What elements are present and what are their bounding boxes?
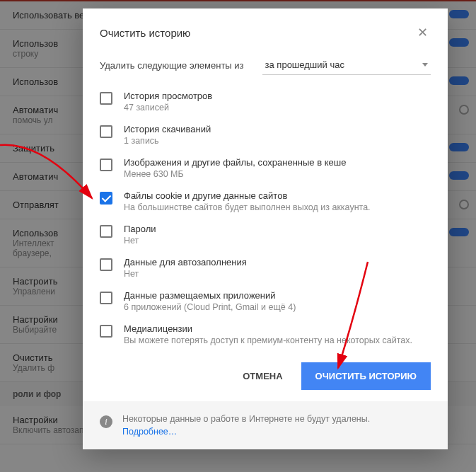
checkbox-description: 47 записей xyxy=(124,103,431,113)
checkbox[interactable] xyxy=(100,125,112,138)
checkbox-label: Файлы cookie и другие данные сайтов xyxy=(124,190,431,201)
checkbox-label: Данные для автозаполнения xyxy=(124,257,431,267)
close-button[interactable]: ✕ xyxy=(414,24,431,41)
checkbox-description: На большинстве сайтов будет выполнен вых… xyxy=(124,202,431,212)
delete-from-label: Удалить следующие элементы из xyxy=(100,60,244,71)
clear-option-item: История скачиваний1 запись xyxy=(100,118,431,151)
checkbox[interactable] xyxy=(100,159,112,171)
checkbox[interactable] xyxy=(100,225,112,238)
time-range-select[interactable]: за прошедший час xyxy=(262,55,431,75)
checkbox[interactable] xyxy=(100,258,112,271)
clear-option-item: Данные размещаемых приложений6 приложени… xyxy=(100,284,431,318)
dialog-title: Очистить историю xyxy=(100,27,190,39)
checkbox-description: 1 запись xyxy=(124,136,431,146)
clear-options-list: История просмотров47 записейИстория скач… xyxy=(83,79,448,351)
chevron-down-icon xyxy=(422,63,428,67)
clear-option-item: Данные для автозаполненияНет xyxy=(100,251,431,284)
clear-option-item: ПаролиНет xyxy=(100,218,431,251)
clear-option-item: История просмотров47 записей xyxy=(100,85,431,118)
checkbox-label: Медиалицензии xyxy=(124,323,431,334)
footer-note: Некоторые данные о работе в Интернете не… xyxy=(122,414,370,424)
checkbox-label: История скачиваний xyxy=(124,124,431,134)
checkbox[interactable] xyxy=(100,325,112,338)
cancel-button[interactable]: ОТМЕНА xyxy=(233,362,292,390)
clear-history-button[interactable]: ОЧИСТИТЬ ИСТОРИЮ xyxy=(301,362,431,390)
checkbox-label: Пароли xyxy=(124,224,431,234)
learn-more-link[interactable]: Подробнее… xyxy=(122,427,370,437)
checkbox[interactable] xyxy=(100,292,112,304)
info-icon: i xyxy=(100,415,112,428)
clear-option-item: Изображения и другие файлы, сохраненные … xyxy=(100,151,431,185)
clear-option-item: Файлы cookie и другие данные сайтовНа бо… xyxy=(100,185,431,218)
checkbox-description: Нет xyxy=(124,269,431,279)
checkbox[interactable] xyxy=(100,92,112,105)
checkbox[interactable] xyxy=(100,192,112,205)
checkbox-label: Данные размещаемых приложений xyxy=(124,290,431,301)
clear-history-dialog: Очистить историю ✕ Удалить следующие эле… xyxy=(83,8,448,449)
checkbox-description: Вы можете потерять доступ к премиум-конт… xyxy=(124,335,431,345)
checkbox-description: Менее 630 МБ xyxy=(124,169,431,179)
clear-option-item: МедиалицензииВы можете потерять доступ к… xyxy=(100,318,431,351)
checkbox-description: 6 приложений (Cloud Print, Gmail и ещё 4… xyxy=(124,302,431,312)
checkbox-label: Изображения и другие файлы, сохраненные … xyxy=(124,157,431,168)
checkbox-description: Нет xyxy=(124,236,431,246)
close-icon: ✕ xyxy=(417,25,428,40)
checkbox-label: История просмотров xyxy=(124,91,431,101)
